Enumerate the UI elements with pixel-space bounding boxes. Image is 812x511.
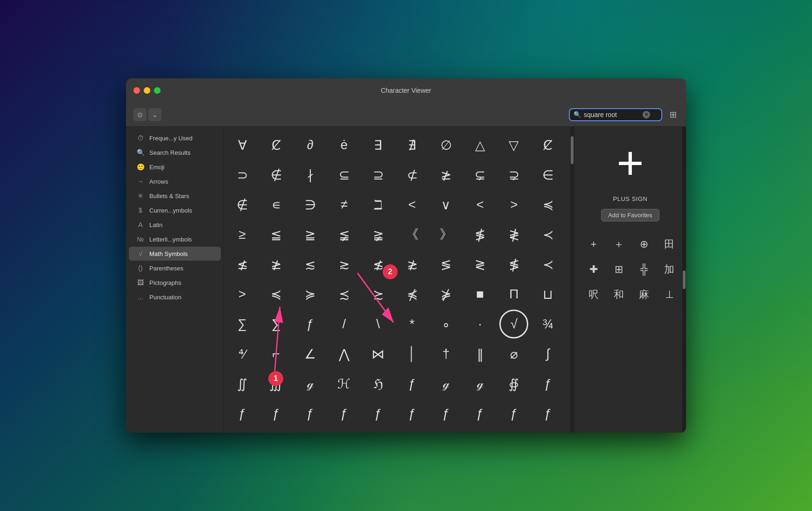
maximize-button[interactable] <box>154 87 161 94</box>
char-cell[interactable]: ∅ <box>432 131 461 159</box>
char-cell[interactable]: ≥ <box>228 220 257 249</box>
char-cell[interactable]: ℌ <box>364 369 392 398</box>
char-cell[interactable]: ė <box>329 131 358 159</box>
sidebar-item-bullets-stars[interactable]: ✳ Bullets & Stars <box>129 189 221 203</box>
char-cell[interactable]: ≶ <box>432 250 461 279</box>
char-cell[interactable]: ∫ <box>364 429 392 433</box>
char-cell[interactable]: ▽ <box>499 131 528 159</box>
char-cell[interactable]: ≾ <box>329 280 358 309</box>
char-cell[interactable]: ¿ <box>533 429 562 433</box>
char-cell[interactable]: ≧ <box>296 220 325 249</box>
add-to-favorites-button[interactable]: Add to Favorites <box>601 209 659 221</box>
sidebar-item-pictographs[interactable]: 🖼 Pictographs <box>129 276 221 290</box>
char-cell[interactable]: ≦ <box>262 220 291 249</box>
detail-panel-scrollbar[interactable] <box>682 127 686 433</box>
char-cell[interactable]: ∫ <box>533 339 562 368</box>
char-cell[interactable]: ¯ <box>329 429 358 433</box>
related-char-cell[interactable]: ⊕ <box>632 233 656 256</box>
related-char-cell[interactable]: 呎 <box>582 283 605 306</box>
char-cell[interactable]: ≵ <box>398 250 427 279</box>
char-cell[interactable]: † <box>432 339 461 368</box>
char-cell[interactable]: ƒ <box>533 399 562 428</box>
char-cell[interactable]: ƒ <box>262 429 291 433</box>
char-cell[interactable]: △ <box>466 131 495 159</box>
char-cell[interactable]: ⋀ <box>329 339 358 368</box>
char-cell[interactable]: ∂ <box>296 131 325 159</box>
char-cell[interactable]: 《 <box>398 220 427 249</box>
related-char-cell[interactable]: ＋ <box>607 233 630 256</box>
char-cell[interactable]: ƒ <box>499 399 528 428</box>
sidebar-item-punctuation[interactable]: … Punctuation <box>129 290 221 304</box>
grid-scrollbar[interactable] <box>570 127 574 433</box>
char-cell[interactable]: ƒ <box>329 399 358 428</box>
related-char-cell[interactable]: ✚ <box>582 258 605 281</box>
char-cell[interactable]: ƒ <box>533 369 562 398</box>
char-cell[interactable]: ℶ <box>364 190 392 219</box>
char-cell[interactable]: ∈ <box>533 160 562 189</box>
char-cell[interactable]: * <box>398 310 427 338</box>
char-cell[interactable]: 》 <box>432 220 461 249</box>
char-cell[interactable]: ≺ <box>533 250 562 279</box>
related-char-cell[interactable]: 和 <box>607 283 630 306</box>
options-button[interactable]: ⊙ <box>133 108 147 121</box>
search-clear-button[interactable]: ✕ <box>643 111 650 118</box>
char-cell[interactable]: ∉ <box>228 190 257 219</box>
char-cell[interactable]: ⊄ <box>398 160 427 189</box>
char-cell[interactable]: ≩ <box>364 220 392 249</box>
char-cell[interactable]: ∄ <box>398 131 427 159</box>
char-cell[interactable]: ⊃ <box>228 160 257 189</box>
char-cell[interactable]: ≳ <box>329 250 358 279</box>
char-cell[interactable]: ∤ <box>296 160 325 189</box>
grid-view-button[interactable]: ⊞ <box>668 108 679 122</box>
char-cell[interactable]: │ <box>432 429 461 433</box>
related-char-cell[interactable]: 加 <box>658 258 681 281</box>
char-cell[interactable]: ⌀ <box>499 339 528 368</box>
related-char-cell[interactable]: ⊥ <box>658 283 681 306</box>
char-cell[interactable]: ≹ <box>499 220 528 249</box>
char-cell[interactable]: ƒ <box>262 399 291 428</box>
related-char-cell[interactable]: + <box>582 233 605 256</box>
char-cell[interactable]: ⌐ <box>262 339 291 368</box>
sidebar-item-search-results[interactable]: 🔍 Search Results <box>129 145 221 159</box>
related-char-cell[interactable]: ⊞ <box>607 258 630 281</box>
char-cell[interactable]: ƒ <box>296 399 325 428</box>
sidebar-item-math-symbols[interactable]: √ Math Symbols <box>129 247 221 261</box>
char-cell[interactable]: ⊊ <box>466 160 495 189</box>
char-cell[interactable]: ℊ <box>296 369 325 398</box>
char-cell[interactable]: ∑ <box>228 310 257 338</box>
char-cell[interactable]: ≲ <box>296 250 325 279</box>
char-cell[interactable]: ∘ <box>432 310 461 338</box>
char-cell[interactable]: ƒ <box>296 310 325 338</box>
minimize-button[interactable] <box>144 87 150 94</box>
char-cell[interactable]: ⋡ <box>432 280 461 309</box>
char-cell[interactable]: √ <box>499 310 528 338</box>
char-cell[interactable]: ✶ <box>228 429 257 433</box>
sidebar-item-recently-used[interactable]: ⏱ Freque...y Used <box>129 131 221 145</box>
char-cell[interactable]: ⊔ <box>533 280 562 309</box>
sidebar-item-latin[interactable]: A Latin <box>129 218 221 232</box>
char-cell[interactable]: ƒ <box>228 399 257 428</box>
char-cell[interactable]: ∨ <box>432 190 461 219</box>
char-cell[interactable]: ≱ <box>432 160 461 189</box>
chevron-down-button[interactable]: ⌄ <box>148 108 161 121</box>
char-cell[interactable]: Ȼ <box>533 131 562 159</box>
char-cell[interactable]: Ȼ <box>262 131 291 159</box>
char-cell[interactable]: ∊ <box>262 190 291 219</box>
char-cell[interactable]: ∀ <box>228 131 257 159</box>
char-cell[interactable]: ⋈ <box>364 339 392 368</box>
char-cell[interactable]: ⊆ <box>329 160 358 189</box>
char-cell[interactable]: ≽ <box>296 280 325 309</box>
char-cell[interactable]: \ <box>364 310 392 338</box>
sidebar-item-currency[interactable]: $ Curren...ymbols <box>129 203 221 217</box>
char-cell[interactable]: > <box>228 280 257 309</box>
char-cell[interactable]: ≼ <box>262 280 291 309</box>
char-cell[interactable]: ∠ <box>296 339 325 368</box>
char-cell[interactable]: Π <box>499 280 528 309</box>
char-cell[interactable]: ≼ <box>533 190 562 219</box>
char-cell[interactable]: ℊ <box>466 369 495 398</box>
related-char-cell[interactable]: ╬ <box>632 258 656 281</box>
char-cell[interactable]: ⋠ <box>398 280 427 309</box>
char-cell[interactable]: ƒ <box>398 399 427 428</box>
char-cell[interactable]: ∬ <box>228 369 257 398</box>
char-cell[interactable]: ≨ <box>329 220 358 249</box>
